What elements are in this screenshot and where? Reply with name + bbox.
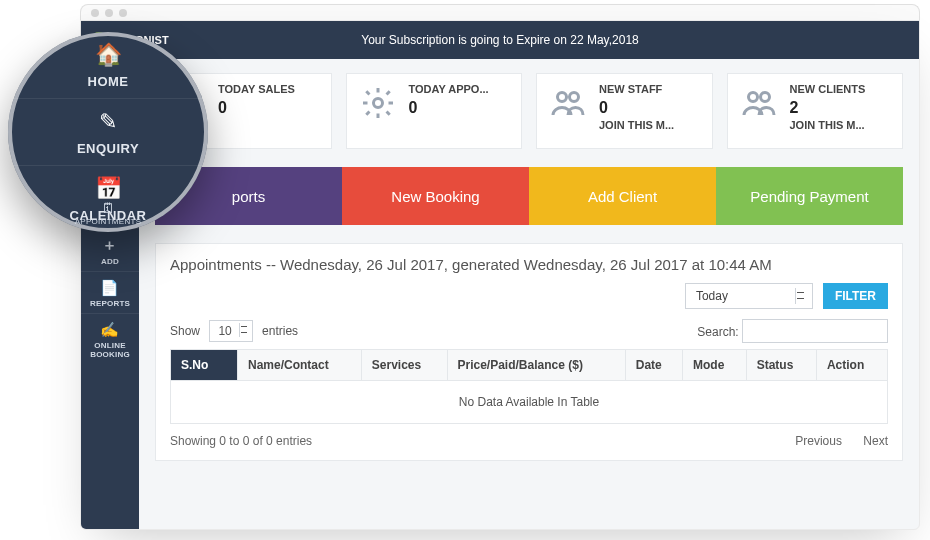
appointments-table: S.No Name/Contact Services Price/Paid/Ba… xyxy=(170,349,888,424)
svg-point-4 xyxy=(570,93,579,102)
card-today-appointments: TODAY APPO...0 xyxy=(346,73,523,149)
card-new-staff: NEW STAFF0JOIN THIS M... xyxy=(536,73,713,149)
search-input[interactable] xyxy=(742,319,888,343)
appointments-panel: Appointments -- Wednesday, 26 Jul 2017, … xyxy=(155,243,903,461)
mag-item-enquiry[interactable]: ✎ ENQUIRY xyxy=(8,98,208,165)
col-status[interactable]: Status xyxy=(746,350,816,381)
reports-icon: 📄 xyxy=(81,279,139,297)
svg-point-2 xyxy=(373,99,382,108)
col-date[interactable]: Date xyxy=(625,350,682,381)
svg-point-6 xyxy=(760,93,769,102)
tile-add-client[interactable]: Add Client xyxy=(529,167,716,225)
plus-icon: ＋ xyxy=(81,236,139,255)
empty-row: No Data Available In Table xyxy=(171,381,888,424)
people-icon xyxy=(547,82,589,124)
range-select[interactable]: Today xyxy=(685,283,813,309)
col-action[interactable]: Action xyxy=(816,350,887,381)
filter-button[interactable]: FILTER xyxy=(823,283,888,309)
col-price[interactable]: Price/Paid/Balance ($) xyxy=(447,350,625,381)
calendar-icon: 📅 xyxy=(8,176,208,202)
booking-icon: ✍ xyxy=(81,321,139,339)
col-name[interactable]: Name/Contact xyxy=(238,350,362,381)
svg-point-5 xyxy=(748,93,757,102)
entries-select[interactable]: 10 xyxy=(209,320,252,342)
stats-cards: TODAY SALES0 TODAY APPO...0 NEW STAFF0JO… xyxy=(155,73,903,149)
main-content: TODAY SALES0 TODAY APPO...0 NEW STAFF0JO… xyxy=(139,59,919,529)
col-sno[interactable]: S.No xyxy=(171,350,238,381)
sidenav-item-reports[interactable]: 📄REPORTS xyxy=(81,271,139,313)
subscription-banner: Your Subscription is going to Expire on … xyxy=(81,33,919,47)
app-window: SALONIST Your Subscription is going to E… xyxy=(80,20,920,530)
browser-chrome xyxy=(80,4,920,21)
topbar: SALONIST Your Subscription is going to E… xyxy=(81,21,919,59)
tile-pending-payment[interactable]: Pending Payment xyxy=(716,167,903,225)
table-info: Showing 0 to 0 of 0 entries xyxy=(170,434,312,448)
col-mode[interactable]: Mode xyxy=(682,350,746,381)
prev-button[interactable]: Previous xyxy=(795,434,842,448)
action-tiles: ports New Booking Add Client Pending Pay… xyxy=(155,167,903,225)
pencil-icon: ✎ xyxy=(8,109,208,135)
sidenav-magnifier: 🏠 HOME ✎ ENQUIRY 📅 CALENDAR 🗓 APPOINTMEN… xyxy=(8,32,208,232)
sidenav-item-online-booking[interactable]: ✍ONLINE BOOKING xyxy=(81,313,139,364)
sidenav-item-add[interactable]: ＋ADD xyxy=(81,228,139,271)
people-icon xyxy=(738,82,780,124)
svg-point-3 xyxy=(558,93,567,102)
tile-new-booking[interactable]: New Booking xyxy=(342,167,529,225)
next-button[interactable]: Next xyxy=(863,434,888,448)
col-services[interactable]: Services xyxy=(361,350,447,381)
card-new-clients: NEW CLIENTS2JOIN THIS M... xyxy=(727,73,904,149)
panel-title: Appointments -- Wednesday, 26 Jul 2017, … xyxy=(170,256,888,273)
gear-icon xyxy=(357,82,399,124)
